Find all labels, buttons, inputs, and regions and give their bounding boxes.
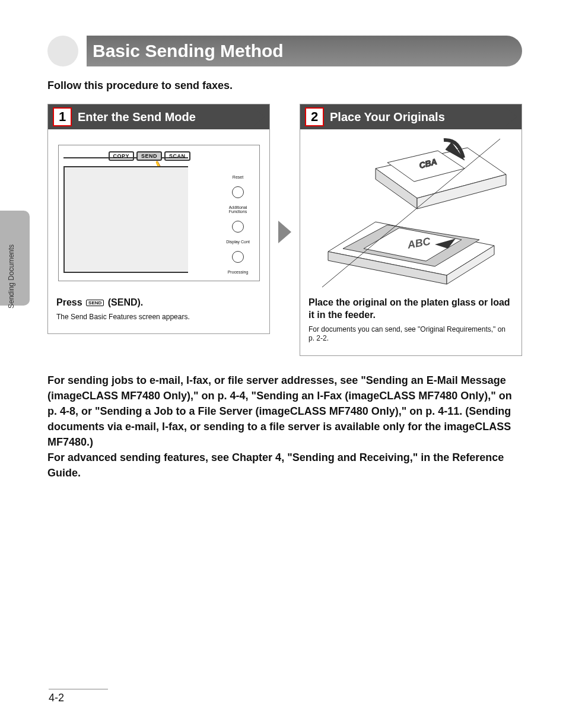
step-header: 1 Enter the Send Mode bbox=[48, 104, 269, 129]
step-header: 2 Place Your Originals bbox=[300, 104, 522, 129]
steps-chevron-icon bbox=[278, 221, 291, 246]
footer: 4-2 bbox=[49, 689, 108, 704]
title-bullet-icon bbox=[47, 36, 78, 66]
step2-illustration: ABC CBA bbox=[309, 139, 513, 287]
step1-illustration: COPY SEND SCAN ☝ Reset Additional Functi… bbox=[56, 139, 261, 287]
reset-icon bbox=[232, 186, 244, 198]
step1-instruction: Press SEND (SEND). bbox=[56, 297, 261, 309]
scan-mode-button: SCAN bbox=[164, 151, 190, 161]
step-title: Enter the Send Mode bbox=[78, 110, 248, 124]
page-title: Basic Sending Method bbox=[93, 41, 284, 61]
svg-marker-2 bbox=[506, 108, 517, 126]
additional-functions-icon bbox=[232, 221, 244, 233]
step-body: ABC CBA bbox=[300, 129, 522, 355]
display-contrast-icon bbox=[232, 251, 244, 263]
step2-note: For documents you can send, see "Origina… bbox=[309, 325, 513, 344]
side-tab-label: Sending Documents bbox=[7, 244, 15, 309]
step1-note: The Send Basic Features screen appears. bbox=[56, 313, 261, 322]
chevron-right-icon bbox=[254, 108, 265, 126]
send-key-icon: SEND bbox=[86, 300, 104, 306]
title-pill: Basic Sending Method bbox=[87, 36, 522, 66]
step2-instruction: Place the original on the platen glass o… bbox=[309, 297, 513, 322]
steps-row: 1 Enter the Send Mode COPY SEND SCAN ☝ bbox=[47, 104, 522, 356]
copy-mode-button: COPY bbox=[109, 151, 135, 161]
processing-label: Processing bbox=[228, 270, 249, 274]
intro-text: Follow this procedure to send faxes. bbox=[47, 80, 522, 92]
step-title: Place Your Originals bbox=[330, 110, 500, 124]
page-content: Basic Sending Method Follow this procedu… bbox=[47, 36, 522, 481]
step-body: COPY SEND SCAN ☝ Reset Additional Functi… bbox=[48, 129, 269, 333]
step-number-badge: 1 bbox=[53, 107, 72, 126]
instruction-prefix: Press bbox=[56, 297, 85, 307]
svg-marker-0 bbox=[254, 108, 265, 126]
instruction-suffix: (SEND). bbox=[105, 297, 143, 307]
page-number: 4-2 bbox=[49, 692, 108, 704]
step-2: 2 Place Your Originals bbox=[300, 104, 522, 356]
title-bar: Basic Sending Method bbox=[47, 36, 522, 66]
step-number-badge: 2 bbox=[305, 107, 324, 126]
step-1: 1 Enter the Send Mode COPY SEND SCAN ☝ bbox=[47, 104, 270, 334]
footer-rule bbox=[49, 689, 108, 689]
display-contrast-label: Display Cont bbox=[226, 240, 250, 244]
additional-functions-label: Additional Functions bbox=[229, 205, 247, 214]
body-paragraph: For sending jobs to e-mail, I-fax, or fi… bbox=[47, 373, 522, 481]
svg-marker-1 bbox=[278, 221, 291, 243]
reset-label: Reset bbox=[233, 175, 243, 179]
chevron-right-icon bbox=[506, 108, 517, 126]
